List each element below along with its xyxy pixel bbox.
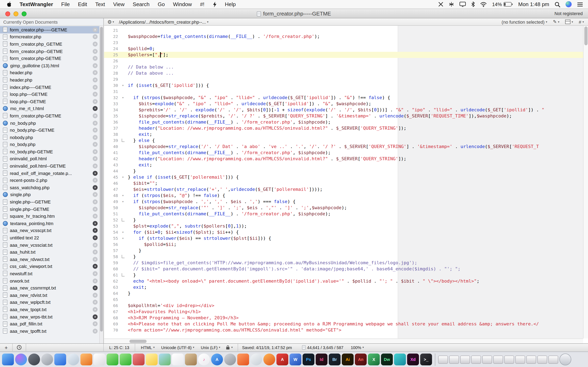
line-number[interactable]: 70 xyxy=(104,327,120,333)
options-gear-menu[interactable]: ⚙▾ xyxy=(107,19,114,25)
new-document-button[interactable]: + xyxy=(0,344,12,351)
line-number[interactable]: 29 xyxy=(104,76,120,82)
code-line[interactable]: 51 file_put_contents(dirname(__FILE__) .… xyxy=(104,211,583,217)
sidebar-file-item[interactable]: aaa_huhit.txt× xyxy=(0,249,99,256)
code-line[interactable]: 40 $isphpcode=str_replace('/'. '/ Dat' .… xyxy=(104,143,583,150)
sidebar-file-item[interactable]: aaa_new_vcsscpt.txt× xyxy=(0,227,99,234)
line-number[interactable]: 60 xyxy=(104,266,120,272)
dock-xd-icon[interactable]: Xd xyxy=(407,354,419,365)
line-number[interactable]: 35 xyxy=(104,113,120,119)
sidebar-file-item[interactable]: oninvalid_poll.html× xyxy=(0,155,99,162)
line-number[interactable]: 49 xyxy=(104,199,120,205)
sidebar-file-item[interactable]: untitled text 22× xyxy=(0,234,99,241)
line-number[interactable]: 67 xyxy=(104,309,120,315)
sidebar-file-item[interactable]: form_creator.php_GETME× xyxy=(0,40,99,48)
dock-chrome-icon[interactable] xyxy=(250,354,262,365)
close-file-icon[interactable]: × xyxy=(93,70,98,75)
line-number[interactable]: 52 xyxy=(104,217,120,223)
sidebar-file-item[interactable]: read_exif_off_image_rotate.p...× xyxy=(0,170,99,177)
menu-go[interactable]: Go xyxy=(154,0,169,9)
code-line[interactable]: 34 $prebits='/' . '/' . explode('/' . '/… xyxy=(104,107,583,113)
menu-shebang[interactable]: #! xyxy=(196,0,209,9)
dock-minimized-window[interactable] xyxy=(504,355,514,364)
code-line[interactable]: 41 file_put_contents(dirname(__FILE__) .… xyxy=(104,150,583,156)
sidebar-file-item[interactable]: aaa_pdf_fillin.txt× xyxy=(0,320,99,327)
dock-photoshop-icon[interactable]: Ps xyxy=(303,354,314,365)
sidebar-file-item[interactable]: aaa_new_wplpcft.txt× xyxy=(0,299,99,306)
dock-app-store-icon[interactable]: A xyxy=(211,354,223,365)
code-line[interactable]: 53 $plst=explode(",", substr($pollers[0]… xyxy=(104,223,583,229)
sidebar-file-item[interactable]: form_creator.php-----GETME× xyxy=(0,26,99,33)
close-file-icon[interactable]: × xyxy=(93,321,98,326)
line-number[interactable]: 31 xyxy=(104,89,120,95)
menu-scripts[interactable] xyxy=(208,1,221,7)
dock-contacts-icon[interactable] xyxy=(185,354,197,365)
sidebar-file-item[interactable]: single.php---GETME× xyxy=(0,198,99,206)
sidebar-file-item[interactable]: textarea_pointing.htm× xyxy=(0,220,99,227)
code-line[interactable]: 29 xyxy=(104,76,583,82)
line-number[interactable]: 36 xyxy=(104,119,120,125)
sidebar-file-item[interactable]: aaa_new_tpofft.txt× xyxy=(0,327,99,334)
close-file-icon[interactable]: × xyxy=(93,99,98,104)
menu-window[interactable]: Window xyxy=(169,0,196,9)
code-line[interactable]: 68<h3>RJM Programming — November, 2019</… xyxy=(104,315,583,321)
code-line[interactable]: 27// Data below ... xyxy=(104,64,583,70)
menu-view[interactable]: View xyxy=(109,0,129,9)
dock-launchpad-icon[interactable] xyxy=(28,354,40,365)
code-line[interactable]: 26 xyxy=(104,58,583,64)
close-file-icon[interactable]: × xyxy=(93,92,98,97)
document-path-menu[interactable]: /Applications/.../htdocs/form_creator.ph… xyxy=(119,19,209,24)
fold-marker[interactable]: ▾ xyxy=(120,192,126,199)
sidebar-file-item[interactable]: aaa_new_rdvwct.txt× xyxy=(0,256,99,263)
code-line[interactable]: 67<h1>Favourites Polling</h1> xyxy=(104,309,583,315)
dock-itunes-icon[interactable]: ♪ xyxy=(198,354,210,365)
close-file-unsaved-icon[interactable]: × xyxy=(93,228,98,233)
sidebar-file-item[interactable]: no_body.php-GETME× xyxy=(0,148,99,155)
dock-minimized-window[interactable] xyxy=(471,355,481,364)
sidebar-file-item[interactable]: recent-posts-2.php× xyxy=(0,177,99,184)
sidebar-file-item[interactable]: aaa_new_tpopt.txt× xyxy=(0,306,99,313)
sidebar-file-item[interactable]: aaa_new_rdvist.txt× xyxy=(0,292,99,299)
dock-trash-icon[interactable] xyxy=(559,354,571,365)
sidebar-file-item[interactable]: loop.php--GETME× xyxy=(0,98,99,105)
close-file-icon[interactable]: × xyxy=(93,250,98,254)
code-line[interactable]: 23 xyxy=(104,40,583,46)
line-number[interactable]: 26 xyxy=(104,58,120,64)
close-file-icon[interactable]: × xyxy=(93,49,98,54)
dock-photo-booth-icon[interactable] xyxy=(133,354,145,365)
line-number[interactable]: 41 xyxy=(104,150,120,156)
dock-safari-icon[interactable] xyxy=(67,354,79,365)
close-file-icon[interactable]: × xyxy=(93,34,98,39)
close-file-icon[interactable]: × xyxy=(93,149,98,154)
line-number[interactable]: 59 xyxy=(104,260,120,266)
line-number[interactable]: 21 xyxy=(104,27,120,33)
line-number[interactable]: 45 xyxy=(104,174,120,180)
close-file-icon[interactable]: × xyxy=(93,242,98,247)
code-line[interactable]: 45▾} else if (isset($_GET['polleremail']… xyxy=(104,174,583,180)
dock-maps-icon[interactable] xyxy=(159,354,171,365)
dock-indesign-icon[interactable]: Id xyxy=(316,354,328,365)
spotlight-icon[interactable] xyxy=(554,1,560,7)
code-line[interactable]: 33 $bits=explode("&" . "ipo" . "llid=" .… xyxy=(104,101,583,107)
close-file-icon[interactable]: × xyxy=(93,77,98,82)
tools-icon[interactable] xyxy=(438,2,443,7)
code-line[interactable]: 47 $eis=strtolower(str_replace('+',' ',u… xyxy=(104,186,583,192)
siri-icon[interactable] xyxy=(566,1,572,7)
menu-textwrangler[interactable]: TextWrangler xyxy=(16,0,57,9)
close-file-icon[interactable]: × xyxy=(93,135,98,140)
sidebar-file-item[interactable]: no_body.php--GETME× xyxy=(0,127,99,134)
line-number[interactable]: 48 xyxy=(104,192,120,199)
close-file-icon[interactable]: × xyxy=(93,200,98,204)
dock-notes-icon[interactable] xyxy=(146,354,158,365)
dock-system-preferences-icon[interactable] xyxy=(224,354,236,365)
sidebar-file-item[interactable]: nobody.php× xyxy=(0,134,99,141)
dock-minimized-window[interactable] xyxy=(548,355,558,364)
close-file-icon[interactable]: × xyxy=(93,42,98,47)
sidebar-file-item[interactable]: aaa_new_wrps-tbt.txt× xyxy=(0,313,99,320)
code-line[interactable]: 70<form action="//www.rjmprogramming.com… xyxy=(104,327,583,333)
lock-menu[interactable]: ▾ xyxy=(226,344,233,351)
code-line[interactable]: 59 // $imgdis=file_get_contents('HTTP://… xyxy=(104,260,583,266)
dock-minimized-window[interactable] xyxy=(493,355,503,364)
fold-marker[interactable]: ▾ xyxy=(120,229,126,235)
close-file-unsaved-icon[interactable]: × xyxy=(93,314,98,319)
